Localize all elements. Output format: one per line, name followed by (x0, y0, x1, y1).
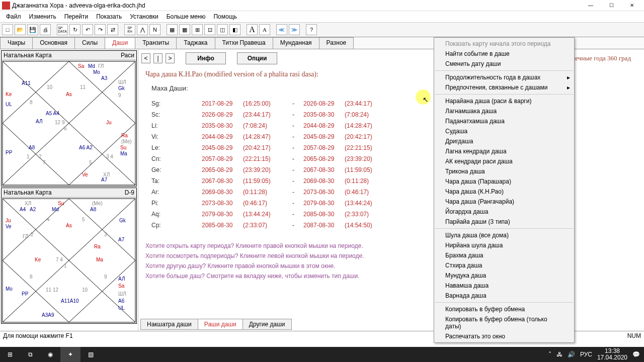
taskbar[interactable]: ⊞ ⧉ ◉ ✦ ▧ ˄ 🖧 🔊 РУС 13:38 17.04.2020 💬 (0, 347, 644, 362)
swap-icon[interactable]: ⇄ (107, 24, 118, 35)
minimize-button[interactable]: — (581, 0, 601, 11)
nav-next-button[interactable]: > (166, 53, 175, 63)
tab-3[interactable]: Даши (105, 37, 135, 49)
ctx-item[interactable]: Судаша (434, 126, 574, 136)
close-button[interactable]: ✕ (622, 0, 642, 11)
ctx-item[interactable]: Навамша даша (434, 281, 574, 291)
tray-chevron-icon[interactable]: ˄ (548, 351, 551, 358)
ctx-item[interactable]: Брахма даша (434, 250, 574, 260)
ctx-item[interactable]: АК кендради раси даша (434, 156, 574, 166)
layout1-icon[interactable]: ⊞ (192, 24, 203, 35)
font-inc-icon[interactable]: A (247, 24, 258, 35)
tab-8[interactable]: Разное (319, 37, 354, 49)
menu-Помощь[interactable]: Помощь (209, 12, 240, 21)
ctx-item[interactable]: Дригдаша (434, 136, 574, 146)
info-button[interactable]: Инфо (186, 52, 226, 64)
ctx-item[interactable]: Лагна кендради даша (434, 146, 574, 156)
ctx-item[interactable]: Копировать в буфер обмена (только даты) (434, 314, 574, 331)
tray-date[interactable]: 17.04.2020 (597, 354, 627, 361)
save-icon[interactable]: 💾 (27, 24, 38, 35)
subtab-2[interactable]: Другие даши (243, 319, 292, 330)
start-button[interactable]: ⊞ (0, 347, 20, 362)
toolbar: □ 📂 💾 🖨 SPDATA ↻ ↶ ↷ ⇄ SPKH ⋀ N ▦ ▩ ⊞ ⊡ … (0, 22, 644, 37)
context-menu[interactable]: Показать карту начала этого периодаНайти… (434, 37, 575, 343)
font-dec-icon[interactable]: A (259, 24, 270, 35)
tab-5[interactable]: Таджака (176, 37, 215, 49)
spkh-icon[interactable]: SPKH (124, 24, 135, 35)
print-icon[interactable]: 🖨 (40, 24, 51, 35)
ctx-item[interactable]: Стхира даша (434, 260, 574, 270)
nav-prev-button[interactable]: < (141, 53, 150, 63)
subtab-1[interactable]: Раши даши (198, 319, 243, 330)
ctx-item[interactable]: Чара даша (Рангачарйа) (434, 197, 574, 207)
tray-vol-icon[interactable]: 🔊 (568, 351, 575, 358)
tab-2[interactable]: Силы (74, 37, 105, 49)
nav-first-button[interactable]: | (153, 53, 163, 63)
tray-notif-icon[interactable]: 💬 (632, 351, 640, 358)
window-title: Джаганнатха Хора - adveeva-olga-erika-do… (12, 2, 581, 9)
ctx-item[interactable]: Найти событие в даше (434, 49, 574, 59)
menu-bar: ФайлИзменитьПерейтиПоказатьУстановкиБоль… (0, 11, 644, 22)
jhora-icon[interactable]: ✦ (60, 347, 80, 362)
options-button[interactable]: Опции (237, 52, 277, 64)
tab-7[interactable]: Мунданная (273, 37, 319, 49)
charts-panel: Натальная КартаРаси SaMdГЛ Mo A3 ШЛ Gk 9… (0, 49, 138, 331)
ctx-item[interactable]: Мундука даша (434, 270, 574, 281)
ctx-item[interactable]: Парйайа даши (3 типа) (434, 217, 574, 227)
subtab-bar: Накшатра дашиРаши дашиДругие даши (140, 319, 291, 330)
ctx-item[interactable]: Чара даша (Парашара) (434, 176, 574, 187)
app-icon[interactable]: ▧ (80, 347, 101, 362)
ctx-item[interactable]: Предпочтения, связанные с дашами▸ (434, 82, 574, 93)
title-bar: Джаганнатха Хора - adveeva-olga-erika-do… (0, 0, 644, 11)
open-icon[interactable]: 📂 (15, 24, 26, 35)
maximize-button[interactable]: ☐ (601, 0, 621, 11)
chrome-icon[interactable]: ◉ (40, 347, 60, 362)
layout4-icon[interactable]: ◧ (229, 24, 240, 35)
ctx-item[interactable]: Паданатхамша даша (434, 116, 574, 126)
refresh-icon[interactable]: ↻ (69, 24, 80, 35)
layout2-icon[interactable]: ⊡ (204, 24, 215, 35)
menu-Больше меню[interactable]: Больше меню (163, 12, 210, 21)
menu-Установки[interactable]: Установки (126, 12, 162, 21)
grid2-icon[interactable]: ▩ (179, 24, 190, 35)
n-icon[interactable]: N (149, 24, 160, 35)
ctx-item[interactable]: Распечатать это окно (434, 331, 574, 341)
redo-icon[interactable]: ↷ (95, 24, 106, 35)
ctx-item[interactable]: Нирйана шула даша (434, 240, 574, 250)
menu-Перейти[interactable]: Перейти (60, 12, 93, 21)
natal-chart-d9[interactable]: Натальная КартаD-9 ХЛ Su (Me) A4A2 Md A8… (1, 188, 137, 324)
menu-Изменить[interactable]: Изменить (25, 12, 60, 21)
status-help: Для помощи нажмите F1 (3, 332, 73, 340)
spdata-icon[interactable]: SPDATA (57, 24, 68, 35)
compass-icon[interactable]: ⋀ (137, 24, 148, 35)
subtab-0[interactable]: Накшатра даши (140, 319, 198, 330)
tab-4[interactable]: Транзиты (135, 37, 177, 49)
ctx-item[interactable]: Лагнамшака даша (434, 106, 574, 116)
ctx-item[interactable]: Трикона даша (434, 166, 574, 176)
tab-1[interactable]: Основная (32, 37, 75, 49)
prev-icon[interactable]: ≪ (276, 24, 287, 35)
ctx-item[interactable]: Чара даша (К.Н.Рао) (434, 187, 574, 197)
ctx-item[interactable]: Сменить дату даши (434, 59, 574, 69)
next-icon[interactable]: ≫ (289, 24, 300, 35)
taskview-icon[interactable]: ⧉ (20, 347, 40, 362)
tab-6[interactable]: Титхи Правеша (215, 37, 273, 49)
chart-subtitle: D-9 (125, 189, 134, 196)
help-icon[interactable]: ? (306, 24, 317, 35)
ctx-item[interactable]: Продолжительность года в дашах▸ (434, 72, 574, 82)
tab-0[interactable]: Чакры (0, 37, 33, 49)
tray-net-icon[interactable]: 🖧 (556, 351, 562, 358)
menu-Показать[interactable]: Показать (92, 12, 126, 21)
layout3-icon[interactable]: ◫ (217, 24, 228, 35)
ctx-item[interactable]: Варнада даша (434, 291, 574, 301)
new-icon[interactable]: □ (2, 24, 13, 35)
menu-Файл[interactable]: Файл (2, 12, 25, 21)
ctx-item[interactable]: Копировать в буфер обмена (434, 304, 574, 314)
tray-lang[interactable]: РУС (580, 351, 592, 358)
undo-icon[interactable]: ↶ (82, 24, 93, 35)
ctx-item[interactable]: Нарайана даша (раси & варги) (434, 96, 574, 106)
ctx-item[interactable]: Шула даша (все дома) (434, 230, 574, 240)
natal-chart-rasi[interactable]: Натальная КартаРаси SaMdГЛ Mo A3 ШЛ Gk 9… (1, 50, 137, 187)
ctx-item[interactable]: Йогардха даша (434, 207, 574, 217)
grid1-icon[interactable]: ▦ (167, 24, 178, 35)
